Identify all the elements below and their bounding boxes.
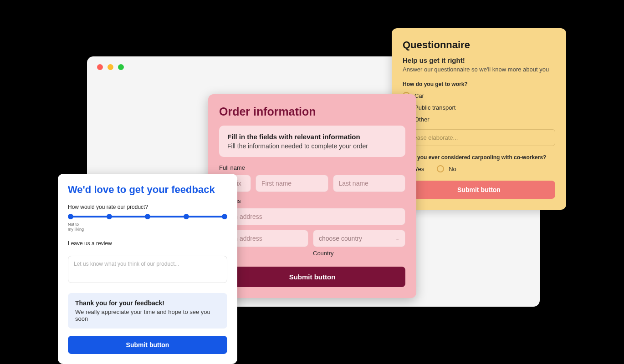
questionnaire-submit-button[interactable]: Submit button xyxy=(403,181,555,199)
firstname-input[interactable] xyxy=(256,175,328,192)
radio-label: No xyxy=(449,166,456,172)
thanks-desc: We really appreciate your time and hope … xyxy=(75,308,220,322)
address-label: Address xyxy=(219,197,405,204)
review-label: Leave us a review xyxy=(68,240,227,247)
radio-option-public-transport[interactable]: Public transport xyxy=(403,104,555,111)
review-textarea[interactable] xyxy=(68,256,227,283)
slider-dots xyxy=(68,214,227,219)
maximize-icon[interactable] xyxy=(118,64,124,70)
chevron-down-icon: ⌄ xyxy=(395,236,399,242)
feedback-submit-button[interactable]: Submit button xyxy=(68,336,227,354)
order-title: Order information xyxy=(219,105,405,118)
questionnaire-desc: Answer our questionnaire so we'll know m… xyxy=(403,66,555,73)
slider-dot[interactable] xyxy=(107,214,112,219)
feedback-title: We'd love to get your feedback xyxy=(68,184,227,196)
radio-icon xyxy=(437,165,444,172)
radio-option-other[interactable]: Other xyxy=(403,116,555,123)
questionnaire-subtitle: Help us get it right! xyxy=(403,56,555,64)
questionnaire-title: Questionnaire xyxy=(403,39,555,51)
country-sublabel: Country xyxy=(313,250,405,257)
question-1-label: How do you get to work? xyxy=(403,81,555,87)
order-info-desc: Fill the information needed to complete … xyxy=(227,142,397,150)
slider-caption: Not to my liking xyxy=(68,222,91,232)
address-input[interactable] xyxy=(219,208,405,225)
slider-dot[interactable] xyxy=(68,214,73,219)
order-submit-button[interactable]: Submit button xyxy=(219,267,405,287)
elaborate-input[interactable] xyxy=(403,129,555,146)
minimize-icon[interactable] xyxy=(107,64,113,70)
feedback-card: We'd love to get your feedback How would… xyxy=(58,174,237,364)
lastname-input[interactable] xyxy=(333,175,406,192)
order-info-title: Fill in the fields with relevant informa… xyxy=(227,133,397,141)
questionnaire-card: Questionnaire Help us get it right! Answ… xyxy=(392,28,566,210)
radio-label: Other xyxy=(414,116,430,123)
feedback-thanks-box: Thank you for your feedback! We really a… xyxy=(68,293,227,329)
radio-option-car[interactable]: Car xyxy=(403,92,555,99)
thanks-title: Thank you for your feedback! xyxy=(75,299,220,307)
radio-option-no[interactable]: No xyxy=(437,165,456,172)
order-card: Order information Fill in the fields wit… xyxy=(208,94,416,298)
radio-label: Public transport xyxy=(414,104,455,111)
slider-dot[interactable] xyxy=(222,214,227,219)
order-info-box: Fill in the fields with relevant informa… xyxy=(219,126,405,157)
slider-dot[interactable] xyxy=(184,214,189,219)
slider-dot[interactable] xyxy=(145,214,150,219)
country-select[interactable]: choose country ⌄ xyxy=(313,230,405,247)
rating-slider[interactable] xyxy=(68,216,227,217)
close-icon[interactable] xyxy=(97,64,103,70)
question-2-label: Have you ever considered carpooling with… xyxy=(403,154,555,161)
country-select-text: choose country xyxy=(319,235,362,242)
rate-label: How would you rate our product? xyxy=(68,204,227,210)
fullname-label: Full name xyxy=(219,164,405,171)
